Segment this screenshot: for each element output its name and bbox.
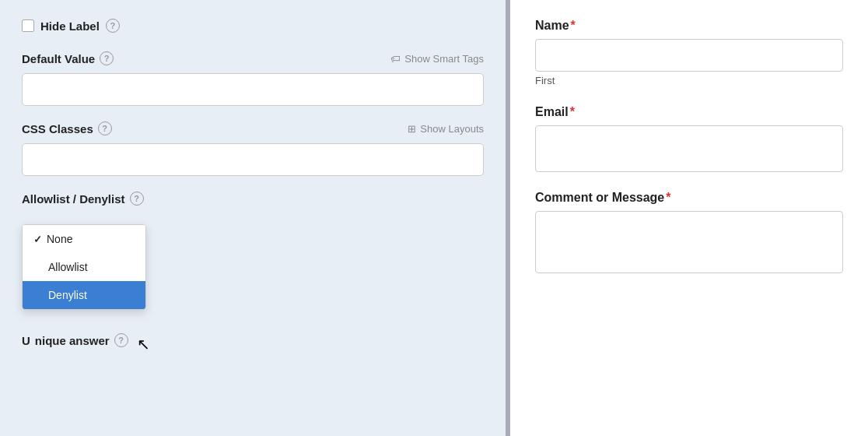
default-value-field: Default Value ? 🏷 Show Smart Tags (22, 51, 484, 106)
show-smart-tags-button[interactable]: 🏷 Show Smart Tags (390, 53, 484, 65)
allowlist-section: Allowlist / Denylist ? ✓ None Allowlist … (22, 192, 484, 347)
show-layouts-label: Show Layouts (420, 123, 484, 135)
email-input[interactable] (535, 125, 843, 172)
allowlist-label: Allowlist / Denylist (22, 192, 125, 206)
name-required-star: * (571, 19, 576, 32)
grid-icon: ⊞ (408, 123, 416, 135)
allowlist-help-icon[interactable]: ? (130, 192, 144, 206)
allowlist-header: Allowlist / Denylist ? (22, 192, 484, 206)
email-required-star: * (570, 105, 575, 118)
css-classes-input[interactable] (22, 143, 484, 176)
css-classes-help-icon[interactable]: ? (98, 121, 112, 135)
email-form-field: Email* (535, 105, 843, 172)
comment-textarea[interactable] (535, 211, 843, 273)
comment-required-star: * (666, 191, 670, 204)
dropdown-option-none[interactable]: ✓ None (23, 225, 145, 253)
hide-label-row: Hide Label ? (22, 19, 484, 33)
dropdown-option-allowlist-label: Allowlist (48, 261, 88, 273)
name-form-field: Name* First (535, 19, 843, 86)
default-value-header: Default Value ? 🏷 Show Smart Tags (22, 51, 484, 65)
comment-label-text: Comment or Message (535, 191, 664, 204)
hide-label-text: Hide Label (40, 19, 100, 33)
unique-answer-row: U nique answer ? ↖ (22, 333, 484, 347)
default-value-label: Default Value (22, 52, 95, 65)
tag-icon: 🏷 (390, 53, 401, 65)
hide-label-help-icon[interactable]: ? (106, 19, 120, 33)
comment-field-label: Comment or Message* (535, 191, 843, 205)
css-classes-field: CSS Classes ? ⊞ Show Layouts (22, 121, 484, 176)
show-layouts-button[interactable]: ⊞ Show Layouts (408, 123, 484, 135)
dropdown-option-denylist-label: Denylist (48, 289, 87, 301)
name-sub-label: First (535, 75, 843, 86)
name-input[interactable] (535, 39, 843, 72)
unique-answer-label: nique answer (35, 334, 110, 347)
css-classes-header: CSS Classes ? ⊞ Show Layouts (22, 121, 484, 135)
default-value-help-icon[interactable]: ? (100, 51, 114, 65)
default-value-input[interactable] (22, 73, 484, 106)
settings-panel: Hide Label ? Default Value ? 🏷 Show Smar… (0, 0, 506, 436)
dropdown-option-none-label: None (47, 233, 72, 245)
name-label-text: Name (535, 19, 569, 32)
check-icon: ✓ (33, 234, 42, 245)
dropdown-option-denylist[interactable]: Denylist (23, 281, 145, 309)
name-field-label: Name* (535, 19, 843, 33)
hide-label-checkbox[interactable] (22, 19, 34, 32)
email-field-label: Email* (535, 105, 843, 119)
show-smart-tags-label: Show Smart Tags (404, 53, 484, 65)
form-preview-panel: Name* First Email* Comment or Message* (510, 0, 868, 436)
unique-answer-partial-text: U (22, 334, 30, 347)
unique-answer-help-icon[interactable]: ? (114, 333, 128, 347)
comment-form-field: Comment or Message* (535, 191, 843, 276)
dropdown-option-allowlist[interactable]: Allowlist (23, 253, 145, 281)
css-classes-label: CSS Classes (22, 122, 93, 135)
mouse-cursor-icon: ↖ (137, 335, 150, 353)
email-label-text: Email (535, 105, 569, 118)
allowlist-dropdown-menu: ✓ None Allowlist Denylist (22, 224, 146, 310)
